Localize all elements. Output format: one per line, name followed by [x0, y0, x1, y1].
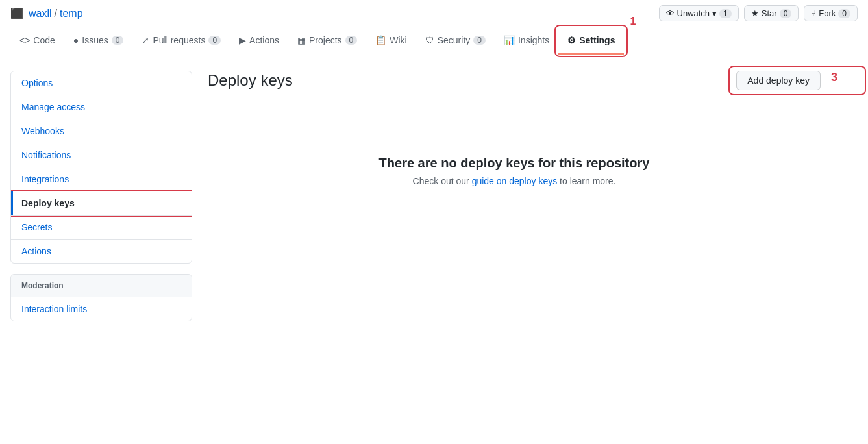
issues-count: 0 [112, 36, 124, 45]
top-actions: 👁 Unwatch ▾ 1 ★ Star 0 ⑂ Fork 0 [659, 5, 858, 21]
tab-wiki-label: Wiki [390, 35, 406, 45]
sidebar-item-options[interactable]: Options [11, 71, 192, 95]
deploy-keys-wrapper: Deploy keys 2 [11, 191, 192, 216]
projects-icon: ▦ [297, 35, 306, 45]
tab-code[interactable]: <> Code [10, 27, 64, 55]
gear-icon: ⚙ [567, 35, 576, 45]
page-header: Deploy keys Add deploy key 3 [208, 71, 821, 101]
sidebar-item-secrets[interactable]: Secrets [11, 216, 192, 240]
star-button[interactable]: ★ Star 0 [744, 5, 799, 21]
tab-security[interactable]: 🛡 Security 0 [416, 27, 495, 55]
sidebar-item-interaction-limits[interactable]: Interaction limits [11, 297, 192, 321]
tab-wiki[interactable]: 📋 Wiki [366, 27, 415, 55]
fork-label: Fork [819, 8, 836, 18]
owner-link[interactable]: waxll [29, 8, 52, 19]
add-deploy-key-button[interactable]: Add deploy key [736, 71, 821, 90]
nav-tabs: <> Code ● Issues 0 ⤢ Pull requests 0 ▶ A… [0, 27, 868, 55]
unwatch-button[interactable]: 👁 Unwatch ▾ 1 [659, 5, 739, 21]
sidebar-item-notifications[interactable]: Notifications [11, 143, 192, 167]
repo-title: ⬛ waxll / temp [10, 7, 83, 19]
pr-icon: ⤢ [142, 35, 149, 45]
unwatch-count: 1 [719, 9, 732, 18]
main-layout: Options Manage access Webhooks Notificat… [0, 55, 831, 347]
fork-count: 0 [838, 9, 850, 18]
insights-icon: 📊 [504, 35, 515, 45]
moderation-header: Moderation [11, 275, 192, 297]
unwatch-label: Unwatch [677, 8, 710, 18]
tab-projects-label: Projects [309, 35, 342, 45]
actions-icon: ▶ [239, 35, 246, 45]
separator: / [55, 8, 57, 19]
sidebar-item-actions[interactable]: Actions [11, 240, 192, 263]
add-deploy-key-wrapper: Add deploy key 3 [736, 71, 821, 90]
security-icon: 🛡 [425, 35, 434, 45]
tab-issues-label: Issues [82, 35, 108, 45]
settings-tab-wrapper: ⚙ Settings 1 [558, 27, 624, 55]
repo-icon: ⬛ [10, 7, 23, 19]
repo-link[interactable]: temp [60, 8, 83, 19]
star-label: Star [762, 8, 777, 18]
tab-actions[interactable]: ▶ Actions [230, 27, 288, 55]
tab-security-label: Security [438, 35, 471, 45]
tab-settings-label: Settings [579, 35, 615, 45]
eye-icon: 👁 [666, 8, 675, 18]
tab-issues[interactable]: ● Issues 0 [64, 27, 133, 55]
tab-actions-label: Actions [249, 35, 279, 45]
projects-count: 0 [345, 36, 358, 45]
empty-state: There are no deploy keys for this reposi… [208, 117, 821, 225]
issues-icon: ● [73, 35, 79, 45]
guide-link[interactable]: guide on deploy keys [472, 176, 558, 186]
tab-insights-label: Insights [518, 35, 549, 45]
fork-icon: ⑂ [811, 8, 816, 18]
main-content: Deploy keys Add deploy key 3 There are n… [208, 71, 821, 332]
chevron-down-icon: ▾ [712, 8, 717, 18]
sidebar-item-webhooks[interactable]: Webhooks [11, 119, 192, 143]
sidebar: Options Manage access Webhooks Notificat… [10, 71, 192, 332]
page-title: Deploy keys [208, 71, 293, 90]
tab-settings[interactable]: ⚙ Settings [558, 27, 624, 55]
empty-state-title: There are no deploy keys for this reposi… [221, 156, 808, 171]
top-bar: ⬛ waxll / temp 👁 Unwatch ▾ 1 ★ Star 0 ⑂ … [0, 0, 868, 27]
sidebar-main-section: Options Manage access Webhooks Notificat… [10, 71, 192, 264]
sidebar-item-manage-access[interactable]: Manage access [11, 95, 192, 119]
empty-desc-prefix: Check out our [413, 176, 469, 186]
tab-projects[interactable]: ▦ Projects 0 [288, 27, 366, 55]
step-1-number: 1 [630, 16, 636, 27]
pr-count: 0 [208, 36, 221, 45]
wiki-icon: 📋 [375, 35, 386, 45]
fork-button[interactable]: ⑂ Fork 0 [804, 5, 858, 21]
empty-state-description: Check out our guide on deploy keys to le… [221, 176, 808, 186]
sidebar-item-deploy-keys[interactable]: Deploy keys [11, 191, 192, 216]
empty-desc-suffix: to learn more. [560, 176, 615, 186]
tab-pull-requests[interactable]: ⤢ Pull requests 0 [132, 27, 230, 55]
tab-code-label: Code [33, 35, 55, 45]
sidebar-moderation-section: Moderation Interaction limits [10, 274, 192, 321]
tab-pr-label: Pull requests [153, 35, 205, 45]
sidebar-item-integrations[interactable]: Integrations [11, 167, 192, 191]
security-count: 0 [473, 36, 486, 45]
step-3-number: 3 [831, 71, 837, 84]
code-icon: <> [19, 35, 30, 45]
star-icon: ★ [751, 8, 759, 18]
star-count: 0 [780, 9, 792, 18]
tab-insights[interactable]: 📊 Insights [495, 27, 558, 55]
